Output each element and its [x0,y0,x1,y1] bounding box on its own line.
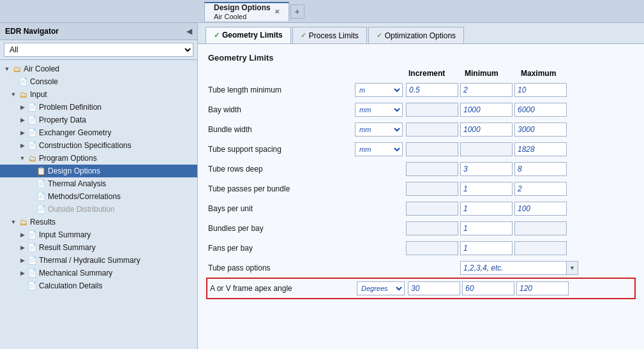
sidebar-item-design-options[interactable]: 📋 Design Options [0,165,197,177]
sidebar-item-thermal-analysis[interactable]: 📄 Thermal Analysis [0,177,197,190]
maximum-input-tube-length[interactable] [514,83,567,97]
dropdown-arrow-icon[interactable]: ▼ [567,261,578,275]
filter-select[interactable]: All [4,43,193,57]
row-label: Tube support spacing [208,145,355,154]
unit-select-tube-support[interactable]: mm [355,142,403,156]
increment-input-tube-support[interactable] [406,142,458,156]
maximum-input-bundles-per-bay[interactable] [514,221,567,235]
row-label: Fans per bay [208,244,355,253]
tab-close-icon[interactable]: ✕ [274,8,280,15]
increment-input-tube-passes[interactable] [406,182,458,196]
increment-input-bundles-per-bay[interactable] [406,221,458,235]
toggle-icon: ▼ [18,154,27,163]
minimum-input-bay-width[interactable] [460,103,513,117]
sidebar-header: EDR Navigator ◀ [0,23,197,40]
unit-select-bundle-width[interactable]: mm [355,123,403,137]
toggle-icon [27,192,36,201]
page-icon: 📄 [27,115,37,125]
minimum-input-bundles-per-bay[interactable] [460,221,513,235]
sidebar-item-input-summary[interactable]: ▶ 📄 Input Summary [0,228,197,241]
sidebar-item-input[interactable]: ▼ 🗂 Input [0,88,197,101]
sidebar-item-outside-distribution[interactable]: 📄 Outside Distribution [0,203,197,216]
sidebar-item-label: Exchanger Geometry [39,128,111,137]
maximum-input-bundle-width[interactable] [514,123,567,137]
section-title: Geometry Limits [208,53,634,63]
tab-label: Optimization Options [385,31,456,40]
minimum-input-fans-per-bay[interactable] [460,241,513,255]
row-bays-per-unit: Bays per unit [208,200,634,217]
minimum-input-tube-length[interactable] [460,83,513,97]
sidebar-item-label: Construction Specifications [39,141,131,150]
sidebar-item-console[interactable]: 📄 Console [0,75,197,88]
maximum-input-fans-per-bay[interactable] [514,241,567,255]
minimum-input-bays-per-unit[interactable] [460,202,513,216]
row-bay-width: Bay width mm [208,101,634,118]
minimum-input-bundle-width[interactable] [460,123,513,137]
increment-input-bundle-width[interactable] [406,123,458,137]
row-unit: m [355,83,406,97]
increment-input-tube-length[interactable] [406,83,458,97]
sidebar-item-result-summary[interactable]: ▶ 📄 Result Summary [0,241,197,254]
toggle-icon [27,205,36,214]
sidebar-item-label: Thermal Analysis [48,179,106,188]
top-tab-bar: Design Options Air Cooled ✕ + [0,0,644,23]
toggle-icon: ▶ [18,256,27,265]
unit-select-apex-angle[interactable]: Degrees [357,281,405,295]
tab-optimization-options[interactable]: ✓ Optimization Options [368,27,464,43]
row-label: Bay width [208,105,355,114]
sidebar-collapse-button[interactable]: ◀ [186,27,192,36]
increment-input-apex-angle[interactable] [408,281,460,295]
toggle-icon [27,167,36,175]
sidebar-item-air-cooled[interactable]: ▼ 🗂 Air Cooled [0,63,197,75]
sidebar-item-exchanger-geometry[interactable]: ▶ 📄 Exchanger Geometry [0,126,197,139]
unit-select-bay-width[interactable]: mm [355,103,403,117]
sidebar-item-construction-specs[interactable]: ▶ 📄 Construction Specifications [0,139,197,152]
increment-input-fans-per-bay[interactable] [406,241,458,255]
maximum-input-tube-support[interactable] [514,142,567,156]
sidebar-item-methods-correlations[interactable]: 📄 Methods/Correlations [0,190,197,203]
tab-process-limits[interactable]: ✓ Process Limits [292,27,367,43]
col-header-increment: Increment [408,69,465,78]
row-apex-angle: A or V frame apex angle Degrees [208,279,634,297]
minimum-input-tube-passes[interactable] [460,182,513,196]
sidebar-item-problem-definition[interactable]: ▶ 📄 Problem Definition [0,101,197,114]
increment-input-tube-rows[interactable] [406,162,458,176]
sidebar-item-program-options[interactable]: ▼ 🗂 Program Options [0,152,197,165]
maximum-input-tube-rows[interactable] [514,162,567,176]
sidebar-item-mechanical-summary[interactable]: ▶ 📄 Mechanical Summary [0,267,197,279]
maximum-input-bay-width[interactable] [514,103,567,117]
increment-input-bays-per-unit[interactable] [406,202,458,216]
main-layout: EDR Navigator ◀ All ▼ 🗂 Air Cooled 📄 Con… [0,23,644,349]
minimum-input-apex-angle[interactable] [462,281,514,295]
row-label: A or V frame apex angle [210,284,357,293]
minimum-input-tube-rows[interactable] [460,162,513,176]
toggle-icon [27,179,36,188]
sidebar-item-label: Program Options [39,154,97,163]
row-label: Bundle width [208,125,355,134]
maximum-input-apex-angle[interactable] [516,281,569,295]
unit-select-tube-length[interactable]: m [355,83,403,97]
minimum-input-tube-support[interactable] [460,142,513,156]
maximum-input-tube-passes[interactable] [514,182,567,196]
check-icon: ✓ [377,31,382,40]
row-tube-pass-options: Tube pass options ▼ [208,260,634,276]
tab-design-options[interactable]: Design Options Air Cooled ✕ [204,2,289,21]
row-unit: mm [355,103,406,117]
page-icon: 📄 [36,179,46,189]
sidebar-item-label: Air Cooled [24,64,59,73]
tab-geometry-limits[interactable]: ✓ Geometry Limits [206,27,291,43]
maximum-input-bays-per-unit[interactable] [514,202,567,216]
increment-input-bay-width[interactable] [406,103,458,117]
add-tab-button[interactable]: + [290,4,304,19]
page-icon: 📄 [27,255,37,265]
sidebar-item-calculation-details[interactable]: 📄 Calculation Details [0,279,197,292]
toggle-icon: ▶ [18,141,27,150]
sidebar-item-thermal-hydraulic-summary[interactable]: ▶ 📄 Thermal / Hydraulic Summary [0,254,197,267]
sidebar-item-results[interactable]: ▼ 🗂 Results [0,216,197,228]
toggle-icon: ▶ [18,243,27,252]
toggle-icon [18,281,27,290]
sidebar-item-property-data[interactable]: ▶ 📄 Property Data [0,114,197,126]
tube-pass-options-dropdown: ▼ [460,261,578,275]
check-icon: ✓ [301,31,306,40]
tube-pass-options-input[interactable] [460,261,567,275]
